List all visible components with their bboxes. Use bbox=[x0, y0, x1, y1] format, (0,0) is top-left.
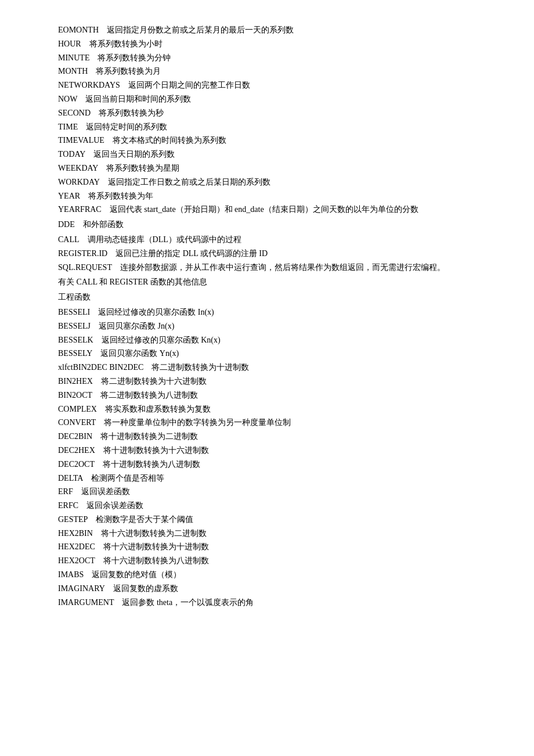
entry-desc: 将十进制数转换为八进制数 bbox=[103, 460, 200, 469]
entry-desc: 将系列数转换为小时 bbox=[89, 39, 163, 48]
entry-desc: 返回经过修改的贝塞尔函数 Kn(x) bbox=[102, 336, 221, 344]
entry-desc: 将二进制数转换为十进制数 bbox=[151, 363, 249, 372]
list-item: DELTA检测两个值是否相等 bbox=[58, 471, 499, 485]
entry-desc: 将二进制数转换为八进制数 bbox=[100, 391, 198, 399]
list-item: IMARGUMENT返回参数 theta，一个以弧度表示的角 bbox=[58, 596, 499, 610]
list-item: TODAY返回当天日期的系列数 bbox=[58, 147, 499, 161]
entry-desc: 将一种度量单位制中的数字转换为另一种度量单位制 bbox=[104, 418, 291, 427]
entry-term: TIMEVALUE bbox=[58, 136, 104, 145]
entry-desc: 返回当天日期的系列数 bbox=[93, 150, 175, 159]
entry-term: TIME bbox=[58, 123, 78, 131]
list-item: 有关 CALL 和 REGISTER 函数的其他信息 bbox=[58, 275, 499, 289]
list-item: HEX2DEC将十六进制数转换为十进制数 bbox=[58, 540, 499, 554]
entry-term: CALL bbox=[58, 235, 80, 244]
list-item: EOMONTH返回指定月份数之前或之后某月的最后一天的系列数 bbox=[58, 23, 499, 37]
entry-desc: 返回两个日期之间的完整工作日数 bbox=[128, 81, 250, 89]
list-item: HOUR将系列数转换为小时 bbox=[58, 37, 499, 51]
entry-desc: 返回指定月份数之前或之后某月的最后一天的系列数 bbox=[107, 26, 294, 34]
entry-term: BIN2HEX bbox=[58, 377, 93, 386]
entry-desc: 返回余误差函数 bbox=[86, 501, 143, 510]
list-item: REGISTER.ID返回已注册的指定 DLL 或代码源的注册 ID bbox=[58, 247, 499, 261]
list-item: BIN2OCT将二进制数转换为八进制数 bbox=[58, 388, 499, 402]
entry-term: NOW bbox=[58, 95, 77, 103]
list-item: SQL.REQUEST连接外部数据源，并从工作表中运行查询，然后将结果作为数组返… bbox=[58, 261, 499, 275]
entry-desc: 返回已注册的指定 DLL 或代码源的注册 ID bbox=[116, 249, 268, 258]
entry-term: BIN2OCT bbox=[58, 391, 92, 399]
entry-term: MINUTE bbox=[58, 53, 89, 62]
list-item: xlfctBIN2DEC BIN2DEC将二进制数转换为十进制数 bbox=[58, 361, 499, 375]
entry-desc: 将十进制数转换为二进制数 bbox=[100, 432, 198, 441]
entry-term: WEEKDAY bbox=[58, 164, 98, 172]
list-item: NETWORKDAYS返回两个日期之间的完整工作日数 bbox=[58, 78, 499, 92]
entry-term: IMARGUMENT bbox=[58, 598, 114, 607]
entry-desc: 返回参数 theta，一个以弧度表示的角 bbox=[122, 598, 254, 607]
entry-desc: 返回指定工作日数之前或之后某日期的系列数 bbox=[108, 178, 270, 186]
list-item: TIME返回特定时间的系列数 bbox=[58, 120, 499, 134]
entry-term: HEX2OCT bbox=[58, 556, 95, 565]
entry-term: HEX2BIN bbox=[58, 529, 93, 538]
list-item: MONTH将系列数转换为月 bbox=[58, 64, 499, 78]
entry-desc: 返回贝塞尔函数 Yn(x) bbox=[100, 349, 179, 358]
entry-desc: 将十进制数转换为十六进制数 bbox=[103, 446, 209, 455]
list-item: DEC2OCT将十进制数转换为八进制数 bbox=[58, 458, 499, 471]
list-item: BIN2HEX将二进制数转换为十六进制数 bbox=[58, 375, 499, 388]
list-item: DEC2BIN将十进制数转换为二进制数 bbox=[58, 430, 499, 444]
entry-term: MONTH bbox=[58, 67, 88, 75]
entry-desc: 将系列数转换为分钟 bbox=[98, 53, 171, 62]
entry-term: YEARFRAC bbox=[58, 205, 102, 214]
list-item: ERFC返回余误差函数 bbox=[58, 499, 499, 513]
entry-term: HEX2DEC bbox=[58, 542, 95, 551]
entry-term: REGISTER.ID bbox=[58, 249, 107, 258]
entry-term: DEC2OCT bbox=[58, 460, 95, 469]
list-item: ERF返回误差函数 bbox=[58, 485, 499, 499]
entry-term: NETWORKDAYS bbox=[58, 81, 120, 89]
entry-term: YEAR bbox=[58, 192, 80, 200]
entry-term: DELTA bbox=[58, 474, 83, 483]
list-item: CONVERT将一种度量单位制中的数字转换为另一种度量单位制 bbox=[58, 416, 499, 430]
entry-term: DEC2HEX bbox=[58, 446, 95, 455]
list-item: CALL调用动态链接库（DLL）或代码源中的过程 bbox=[58, 233, 499, 247]
entry-term: SECOND bbox=[58, 109, 91, 117]
list-item: IMABS返回复数的绝对值（模） bbox=[58, 568, 499, 582]
entry-desc: 将十六进制数转换为十进制数 bbox=[103, 542, 209, 551]
entry-desc: 返回经过修改的贝塞尔函数 In(x) bbox=[98, 308, 214, 316]
entry-desc: 检测两个值是否相等 bbox=[91, 474, 164, 483]
entry-desc: 返回特定时间的系列数 bbox=[86, 123, 167, 131]
list-item: HEX2BIN将十六进制数转换为二进制数 bbox=[58, 527, 499, 541]
entry-desc: 调用动态链接库（DLL）或代码源中的过程 bbox=[88, 235, 241, 244]
entry-term: SQL.REQUEST bbox=[58, 263, 112, 272]
entry-desc: 将十六进制数转换为八进制数 bbox=[103, 556, 209, 565]
list-item: IMAGINARY返回复数的虚系数 bbox=[58, 582, 499, 596]
list-item: BESSELK返回经过修改的贝塞尔函数 Kn(x) bbox=[58, 333, 499, 347]
entry-desc: 将系列数转换为年 bbox=[88, 192, 153, 200]
list-item: TIMEVALUE将文本格式的时间转换为系列数 bbox=[58, 134, 499, 147]
entry-term: DEC2BIN bbox=[58, 432, 92, 441]
entry-desc: 连接外部数据源，并从工作表中运行查询，然后将结果作为数组返回，而无需进行宏编程。 bbox=[120, 263, 445, 272]
list-item: COMPLEX将实系数和虚系数转换为复数 bbox=[58, 402, 499, 416]
entry-desc: 将系列数转换为月 bbox=[96, 67, 161, 75]
entry-term: CONVERT bbox=[58, 418, 96, 427]
list-item: BESSELI返回经过修改的贝塞尔函数 In(x) bbox=[58, 305, 499, 319]
entry-desc: 返回代表 start_date（开始日期）和 end_date（结束日期）之间天… bbox=[110, 205, 418, 214]
entry-desc: 将二进制数转换为十六进制数 bbox=[101, 377, 207, 386]
entry-term: TODAY bbox=[58, 150, 85, 159]
entry-desc: 将系列数转换为秒 bbox=[99, 109, 164, 117]
list-item: DEC2HEX将十进制数转换为十六进制数 bbox=[58, 444, 499, 458]
list-item: YEAR将系列数转换为年 bbox=[58, 189, 499, 203]
entry-desc: 返回复数的绝对值（模） bbox=[92, 570, 181, 579]
entry-term: IMAGINARY bbox=[58, 584, 105, 593]
entry-term: BESSELI bbox=[58, 308, 90, 316]
entry-term: WORKDAY bbox=[58, 178, 100, 186]
list-item: WORKDAY返回指定工作日数之前或之后某日期的系列数 bbox=[58, 175, 499, 189]
entry-desc: 检测数字是否大于某个阈值 bbox=[96, 515, 193, 524]
entry-term: ERF bbox=[58, 487, 73, 496]
entry-desc: 将实系数和虚系数转换为复数 bbox=[105, 405, 211, 413]
list-item: WEEKDAY将系列数转换为星期 bbox=[58, 161, 499, 175]
list-item: MINUTE将系列数转换为分钟 bbox=[58, 51, 499, 65]
entry-term: COMPLEX bbox=[58, 405, 97, 413]
entry-desc: 将文本格式的时间转换为系列数 bbox=[113, 136, 226, 145]
entry-desc: 将系列数转换为星期 bbox=[106, 164, 179, 172]
list-item: BESSELY返回贝塞尔函数 Yn(x) bbox=[58, 347, 499, 361]
list-item: SECOND将系列数转换为秒 bbox=[58, 106, 499, 120]
entry-term: IMABS bbox=[58, 570, 84, 579]
